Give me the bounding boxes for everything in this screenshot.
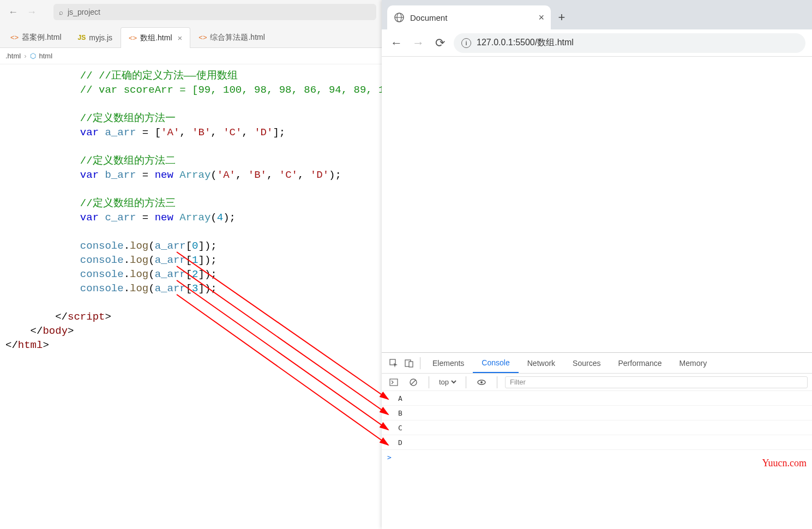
code-line: //定义数组的方法三 (0, 196, 382, 211)
breadcrumb-symbol[interactable]: html (39, 52, 53, 60)
browser-forward-button[interactable]: → (410, 35, 426, 51)
html-file-icon: <> (199, 33, 207, 41)
device-toolbar-icon[interactable] (401, 356, 417, 371)
clear-console-icon[interactable] (406, 375, 421, 390)
code-line (0, 225, 382, 239)
search-icon: ⌕ (59, 8, 63, 16)
tab-label: 器案例.html (22, 33, 61, 43)
search-placeholder: js_project (68, 8, 100, 16)
browser-toolbar: ← → ⟳ i 127.0.0.1:5500/数组.html (382, 29, 812, 57)
console-output: ABCD (382, 391, 812, 450)
console-row: B (382, 406, 812, 420)
console-row: D (382, 435, 812, 450)
code-editor[interactable]: // //正确的定义方法——使用数组 // var scoreArr = [99… (0, 64, 382, 352)
code-line: console.log(a_arr[1]); (0, 253, 382, 267)
console-filter-input[interactable]: Filter (505, 376, 808, 388)
browser-tabstrip: Document × + (382, 0, 812, 29)
code-line: var b_arr = new Array('A', 'B', 'C', 'D'… (0, 168, 382, 182)
code-line: // var scoreArr = [99, 100, 98, 98, 86, … (0, 83, 382, 97)
code-line: </body> (0, 324, 382, 338)
globe-icon (394, 12, 405, 23)
separator (497, 376, 497, 388)
nav-back-button[interactable]: ← (5, 4, 21, 20)
console-prompt[interactable]: > (382, 450, 812, 465)
code-line: </html> (0, 338, 382, 352)
eye-icon[interactable] (474, 375, 489, 390)
devtools-tab-network[interactable]: Network (519, 353, 564, 373)
code-line (0, 97, 382, 111)
code-line (0, 140, 382, 154)
js-file-icon: JS (78, 34, 86, 41)
separator (466, 376, 466, 388)
code-line (0, 296, 382, 310)
watermark-text: Yuucn.com (762, 458, 807, 469)
html-file-icon: <> (10, 33, 19, 41)
url-text: 127.0.0.1:5500/数组.html (477, 37, 574, 49)
toggle-sidebar-icon[interactable] (386, 375, 401, 390)
nav-forward-button[interactable]: → (24, 4, 39, 20)
tab-label: 数组.html (140, 33, 172, 43)
console-row: A (382, 391, 812, 406)
code-line: console.log(a_arr[0]); (0, 239, 382, 253)
code-line: var a_arr = ['A', 'B', 'C', 'D']; (0, 125, 382, 140)
code-line: //定义数组的方法一 (0, 111, 382, 125)
browser-tab-title: Document (410, 13, 447, 22)
code-line: //定义数组的方法二 (0, 154, 382, 168)
code-line: // //正确的定义方法——使用数组 (0, 69, 382, 83)
code-line: console.log(a_arr[3]); (0, 281, 382, 296)
svg-point-10 (480, 381, 483, 383)
devtools-tab-sources[interactable]: Sources (564, 353, 609, 373)
browser-tab[interactable]: Document × (387, 5, 551, 29)
separator (420, 357, 420, 369)
console-toolbar: top Filter (382, 374, 812, 391)
tab-close-icon[interactable]: × (178, 33, 183, 43)
inspect-element-icon[interactable] (386, 356, 401, 371)
breadcrumb-file[interactable]: .html (5, 52, 21, 60)
ide-window: ← → ⌕ js_project <>器案例.htmlJSmyjs.js<>数组… (0, 0, 382, 529)
devtools-tab-console[interactable]: Console (473, 353, 518, 373)
editor-tab[interactable]: <>数组.html× (121, 27, 190, 48)
project-search-box[interactable]: ⌕ js_project (53, 4, 376, 20)
browser-window: Document × + ← → ⟳ i 127.0.0.1:5500/数组.h… (382, 0, 812, 529)
code-line: </script> (0, 310, 382, 324)
ide-toolbar: ← → ⌕ js_project (0, 0, 382, 24)
context-selector[interactable]: top (437, 377, 458, 387)
devtools-tab-elements[interactable]: Elements (424, 353, 473, 373)
editor-tab[interactable]: JSmyjs.js (70, 27, 121, 47)
devtools-tab-performance[interactable]: Performance (609, 353, 670, 373)
svg-line-8 (411, 380, 416, 384)
code-line: console.log(a_arr[2]); (0, 267, 382, 281)
tab-label: 综合算法题.html (210, 33, 264, 43)
browser-back-button[interactable]: ← (388, 35, 405, 51)
devtools-tab-memory[interactable]: Memory (671, 353, 716, 373)
code-line (0, 182, 382, 196)
tab-label: myjs.js (89, 33, 112, 42)
devtools-panel: ElementsConsoleNetworkSourcesPerformance… (382, 352, 812, 465)
separator (429, 376, 429, 388)
tab-close-button[interactable]: × (538, 12, 544, 23)
html-file-icon: <> (129, 34, 137, 42)
console-row: C (382, 420, 812, 435)
new-tab-button[interactable]: + (551, 5, 573, 29)
devtools-tabbar: ElementsConsoleNetworkSourcesPerformance… (382, 353, 812, 374)
page-viewport (382, 57, 812, 352)
editor-tab[interactable]: <>器案例.html (2, 27, 70, 47)
svg-rect-6 (390, 379, 398, 386)
svg-rect-5 (409, 362, 413, 367)
editor-tab[interactable]: <>综合算法题.html (190, 27, 273, 47)
symbol-icon: ⬡ (30, 52, 36, 60)
breadcrumb: .html › ⬡ html (0, 48, 382, 64)
chevron-right-icon: › (24, 52, 26, 60)
browser-reload-button[interactable]: ⟳ (432, 35, 448, 51)
prompt-caret: > (387, 453, 392, 461)
code-line: var c_arr = new Array(4); (0, 211, 382, 225)
site-info-icon[interactable]: i (461, 38, 471, 48)
address-bar[interactable]: i 127.0.0.1:5500/数组.html (454, 33, 805, 53)
editor-tabs: <>器案例.htmlJSmyjs.js<>数组.html×<>综合算法题.htm… (0, 24, 382, 48)
